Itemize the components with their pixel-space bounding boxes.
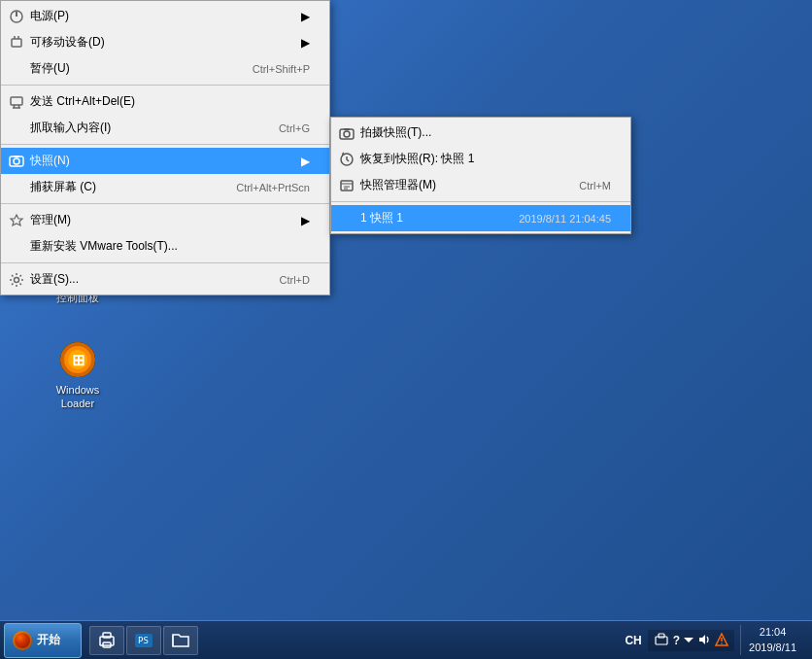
separator-2: [1, 144, 329, 145]
menu-item-manage[interactable]: 管理(M) ▶: [1, 207, 329, 233]
menu-item-power[interactable]: 电源(P) ▶: [1, 3, 329, 29]
manage-icon: [7, 211, 26, 230]
send-cad-icon: [7, 92, 26, 112]
separator-1: [1, 85, 329, 86]
settings-icon: [7, 270, 26, 290]
menu-item-grab-input[interactable]: 抓取输入内容(I) Ctrl+G: [1, 115, 329, 141]
svg-marker-36: [684, 638, 694, 642]
clock-time: 21:04: [749, 625, 796, 640]
system-tray: ?: [648, 630, 734, 651]
start-button[interactable]: 开始: [4, 623, 82, 658]
svg-rect-19: [14, 156, 19, 157]
context-menu: 电源(P) ▶ 可移动设备(D) ▶ 暂停(U) Ctrl+Shift+P: [0, 0, 330, 295]
submenu-separator: [331, 201, 630, 202]
removable-icon: [7, 33, 26, 52]
clock-date: 2019/8/11: [749, 641, 796, 655]
restore-icon: [337, 150, 356, 169]
explorer-icon: [169, 629, 192, 652]
windows-loader-icon: ⊞: [58, 340, 97, 379]
submenu-restore-snapshot[interactable]: 恢复到快照(R): 快照 1: [331, 146, 630, 172]
camera-icon: [337, 123, 356, 143]
tray-speaker-icon: [697, 633, 711, 648]
power-icon: [7, 7, 26, 26]
submenu-snapshot-manager[interactable]: 快照管理器(M) Ctrl+M: [331, 172, 630, 198]
menu-item-capture-screen[interactable]: 捕获屏幕 (C) Ctrl+Alt+PrtScn: [1, 174, 329, 200]
svg-rect-30: [103, 633, 111, 638]
tray-warning-icon: [715, 633, 728, 648]
menu-item-send-cad[interactable]: 发送 Ctrl+Alt+Del(E): [1, 88, 329, 115]
menu-item-removable[interactable]: 可移动设备(D) ▶: [1, 29, 329, 55]
arrow-icon: ▶: [291, 214, 310, 227]
svg-rect-10: [12, 39, 21, 47]
manager-icon: [337, 176, 356, 195]
tray-help-icon: ?: [673, 634, 680, 647]
menu-item-pause[interactable]: 暂停(U) Ctrl+Shift+P: [1, 55, 329, 82]
arrow-icon: ▶: [291, 36, 310, 50]
svg-rect-23: [344, 128, 350, 130]
menu-item-reinstall-tools[interactable]: 重新安装 VMware Tools(T)...: [1, 233, 329, 260]
taskbar-item-network[interactable]: [89, 626, 124, 655]
desktop: ☁ 控制面板 ⊞ WindowsLoader 电: [0, 0, 812, 659]
menu-item-snapshot[interactable]: 快照(N) ▶: [1, 148, 329, 174]
taskbar-item-powershell[interactable]: PS: [126, 626, 161, 655]
svg-point-39: [721, 642, 723, 644]
separator-4: [1, 262, 329, 263]
svg-point-22: [344, 131, 350, 137]
tray-network-icon: [654, 632, 669, 649]
svg-text:PS: PS: [138, 636, 149, 645]
submenu-snapshot-1[interactable]: 1 快照 1 2019/8/11 21:04:45: [331, 205, 630, 231]
arrow-icon: ▶: [291, 155, 310, 168]
separator-3: [1, 203, 329, 204]
taskbar-item-explorer[interactable]: [163, 626, 198, 655]
svg-point-18: [14, 158, 19, 164]
menu-item-settings[interactable]: 设置(S)... Ctrl+D: [1, 266, 329, 293]
snapshot-submenu: 拍摄快照(T)... 恢复到快照(R): 快照 1: [330, 117, 631, 234]
submenu-take-snapshot[interactable]: 拍摄快照(T)...: [331, 120, 630, 146]
windows-orb-icon: [13, 631, 32, 650]
svg-rect-13: [11, 97, 22, 105]
arrow-icon: ▶: [291, 10, 310, 23]
taskbar: 开始 PS: [0, 620, 812, 659]
svg-text:⊞: ⊞: [72, 352, 85, 368]
tray-expand-icon[interactable]: [684, 635, 694, 646]
taskbar-right: CH ?: [625, 625, 812, 655]
svg-point-20: [15, 277, 19, 282]
clock-display[interactable]: 21:04 2019/8/11: [740, 625, 804, 655]
svg-rect-35: [659, 634, 664, 638]
snapshot-icon: [7, 152, 26, 171]
language-indicator: CH: [625, 634, 641, 647]
powershell-icon: PS: [132, 629, 155, 652]
network-printer-icon: [95, 629, 118, 652]
taskbar-items: PS: [89, 621, 625, 659]
windows-loader-label: WindowsLoader: [44, 383, 112, 411]
desktop-icon-windowsloader[interactable]: ⊞ WindowsLoader: [44, 340, 112, 411]
snapshot-timestamp: 2019/8/11 21:04:45: [519, 213, 611, 225]
